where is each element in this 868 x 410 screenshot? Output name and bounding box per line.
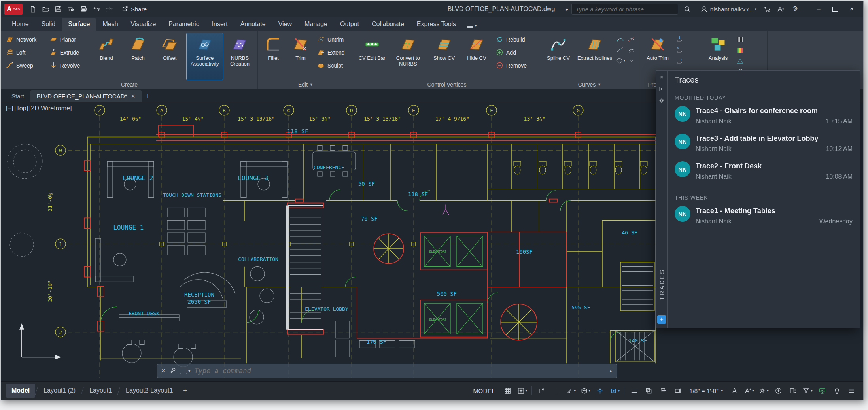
new-drawing-tab-button[interactable]: + [142,90,153,102]
ribbon-tab-annotate[interactable]: Annotate [234,18,272,31]
proj-2-icon[interactable] [675,45,685,55]
nurbs-creation-button[interactable]: NURBS Creation [225,33,255,80]
maximize-button[interactable] [827,3,843,15]
panel-label-edit[interactable]: Edit▼ [258,80,354,89]
network-button[interactable]: Network [4,33,46,46]
search-icon[interactable] [681,3,694,15]
command-customize-wrench-icon[interactable] [169,367,176,375]
redo-button[interactable]: ▾ [102,3,115,15]
qnew-button[interactable] [26,3,39,15]
cv-show-mini-icon[interactable] [615,34,625,44]
file-tab-start[interactable]: Start [5,90,30,102]
palette-close-icon[interactable]: × [658,74,665,81]
autodesk-apps-icon[interactable]: ▾ [774,3,787,15]
offset-button[interactable]: Offset [155,33,185,80]
isometric-drafting-toggle[interactable]: ▾ [578,384,592,397]
rebuild-button[interactable]: Rebuild [494,33,537,46]
recent-commands-icon[interactable]: ▾ [180,368,190,374]
grid-display-toggle[interactable] [500,384,514,397]
ribbon-tab-surface[interactable]: Surface [62,18,96,31]
blend-button[interactable]: Blend [91,33,122,80]
revolve-button[interactable]: Revolve [47,59,90,72]
autoscale-toggle[interactable]: ▾ [742,384,756,397]
layout-tab-model[interactable]: Model [6,384,35,398]
command-line[interactable]: × ▾ ▲ [157,364,617,378]
quick-properties-toggle[interactable] [786,384,800,397]
file-tab-close-icon[interactable]: ✕ [131,93,135,99]
proj-3-icon[interactable] [675,57,685,66]
new-layout-button[interactable]: + [178,383,192,398]
ribbon-tab-manage[interactable]: Manage [299,18,333,31]
palette-autohide-icon[interactable] [658,85,665,93]
annotation-monitor-toggle[interactable] [771,384,785,397]
trace-list-item[interactable]: NN Trace4 - Chairs for conference room N… [668,102,860,129]
graphics-performance-toggle[interactable] [815,384,829,397]
ribbon-display-options-icon[interactable]: ▾ [463,20,481,31]
layout-tab-layout1-2[interactable]: Layout1 (2) [38,384,81,398]
fillet-button[interactable]: Fillet [260,33,286,80]
palette-vertical-tab-label[interactable]: TRACES [658,269,665,300]
workspace-switching-toggle[interactable]: ▾ [756,384,771,397]
lineweight-toggle[interactable] [627,384,641,397]
object-snap-tracking-toggle[interactable] [593,384,607,397]
spline-cv-button[interactable]: Spline CV [543,33,574,80]
annotation-visibility-toggle[interactable] [727,384,741,397]
an-1-icon[interactable] [735,34,745,44]
command-close-icon[interactable]: × [161,367,165,374]
trace-toolbar-icon[interactable] [657,315,666,324]
search-input[interactable] [575,6,675,13]
search-box[interactable] [571,4,678,15]
user-account-button[interactable]: nishant.naikVY... ▾ [700,6,756,13]
ribbon-tab-collaborate[interactable]: Collaborate [366,18,410,31]
ribbon-tab-express-tools[interactable]: Express Tools [411,18,462,31]
remove-button[interactable]: Remove [494,59,537,72]
trace-list-item[interactable]: NN Trace2 - Front Desk Nishant Naik 10:0… [668,157,860,185]
polar-tracking-toggle[interactable]: ▾ [564,384,578,397]
extrude-button[interactable]: Extrude [47,46,90,59]
transparency-toggle[interactable] [641,384,656,397]
minimize-button[interactable]: – [810,3,827,15]
help-button[interactable]: ?▾ [787,3,803,15]
autocad-logo-icon[interactable]: ACAD [4,4,23,15]
hide-cv-button[interactable]: Hide CV [461,33,492,80]
loft-button[interactable]: Loft [4,46,46,59]
circle-mini-icon[interactable]: ▾ [615,56,625,66]
sculpt-button[interactable]: Sculpt [315,59,351,72]
viewport-visual-style-control[interactable]: [2D Wireframe] [29,105,72,112]
model-space-button[interactable]: MODEL [468,387,500,394]
ortho-mode-toggle[interactable] [549,384,563,397]
untrim-button[interactable]: Untrim [315,33,351,46]
qsave-button[interactable] [52,3,64,15]
selection-cycling-toggle[interactable] [656,384,670,397]
share-button[interactable]: Share [121,5,147,13]
command-history-expand-icon[interactable]: ▲ [609,368,613,373]
layout-tab-layout1[interactable]: Layout1 [84,384,117,398]
customize-toggle[interactable] [844,384,859,397]
object-snap-toggle[interactable]: ▾ [607,384,622,397]
save-as-button[interactable] [64,3,77,15]
snap-mode-toggle[interactable]: ▾ [515,384,529,397]
app-store-cart-icon[interactable] [760,3,773,15]
trim-button[interactable]: Trim [287,33,314,80]
ribbon-tab-visualize[interactable]: Visualize [125,18,162,31]
extract-isolines-button[interactable]: Extract Isolines [575,33,614,80]
infer-constraints-toggle[interactable] [534,384,548,397]
cv-hide-mini-icon[interactable] [626,34,636,44]
an-3-icon[interactable] [735,57,745,66]
layout-tab-layout2-layout1[interactable]: Layout2-Layout1 [120,384,178,398]
show-cv-button[interactable]: Show CV [428,33,460,80]
plot-button[interactable] [77,3,90,15]
proj-1-icon[interactable] [675,34,685,44]
cv-edit-bar-button[interactable]: CV Edit Bar [356,33,388,80]
isolate-objects-toggle[interactable] [830,384,844,397]
viewport-collapse-control[interactable]: [−] [6,105,13,112]
surface-associativity-button[interactable]: Surface Associativity [186,33,223,80]
convert-to-nurbs-button[interactable]: Convert to NURBS [389,33,427,80]
patch-button[interactable]: Patch [123,33,153,80]
extend-button[interactable]: Extend [315,46,351,59]
trace-list-item[interactable]: NN Trace3 - Add table in Elevator Lobby … [668,129,860,157]
file-tab-active-document[interactable]: BLVD OFFICE_PLAN-AUTOCAD* ✕ [30,90,142,102]
arrow-mini-icon[interactable] [626,56,636,66]
sweep-button[interactable]: Sweep [4,59,46,72]
close-button[interactable]: × [843,3,860,15]
